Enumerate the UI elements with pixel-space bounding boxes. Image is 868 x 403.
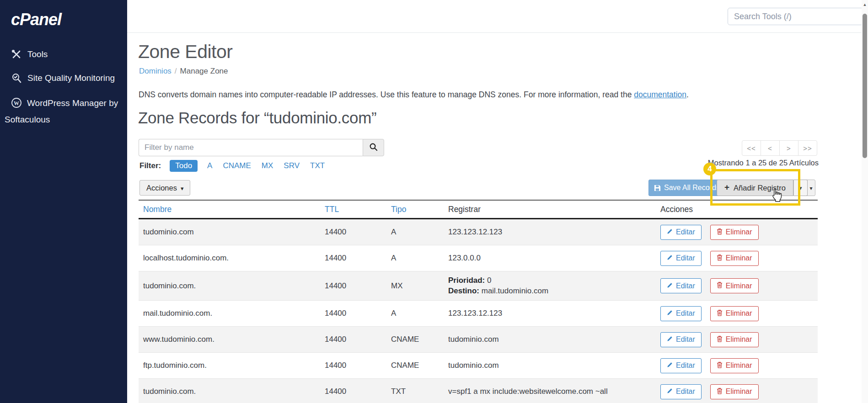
pencil-icon	[667, 254, 673, 262]
pencil-icon	[667, 387, 673, 396]
sidebar: cPanel Tools Site Quality Monitoring W W…	[0, 0, 127, 403]
save-all-records-button[interactable]: Save All Records	[648, 180, 725, 196]
save-label: Save All Records	[664, 184, 720, 192]
delete-label: Eliminar	[726, 361, 752, 370]
breadcrumb-dominios-link[interactable]: Dominios	[139, 67, 171, 75]
record-actions-cell: Editar Eliminar	[654, 225, 818, 240]
record-type-cell: MX	[386, 281, 444, 291]
edit-button[interactable]: Editar	[660, 332, 702, 347]
filter-option-txt[interactable]: TXT	[309, 160, 326, 172]
table-row: mail.tudominio.com. 14400 A 123.123.12.1…	[139, 301, 818, 327]
pencil-icon	[667, 228, 673, 236]
trash-icon	[717, 361, 723, 370]
trash-icon	[717, 309, 723, 318]
scrollbar-up-arrow[interactable]: ▲	[862, 2, 868, 7]
filter-option-cname[interactable]: CNAME	[222, 160, 252, 172]
sidebar-nav: Tools Site Quality Monitoring W WordPres…	[0, 48, 127, 138]
edit-button[interactable]: Editar	[660, 278, 702, 293]
filter-type-row: Filter: TodoACNAMEMXSRVTXT	[139, 160, 326, 172]
edit-button[interactable]: Editar	[660, 251, 702, 266]
tools-icon	[11, 49, 22, 60]
record-name-cell: tudominio.com	[139, 228, 320, 237]
delete-label: Eliminar	[726, 254, 752, 262]
trash-icon	[717, 254, 723, 263]
delete-button[interactable]: Eliminar	[710, 358, 759, 373]
first-page-button[interactable]: <<	[742, 140, 761, 156]
record-type-cell: A	[386, 228, 444, 237]
add-record-label: Añadir Registro	[734, 184, 786, 192]
filter-options: TodoACNAMEMXSRVTXT	[170, 160, 326, 172]
edit-button[interactable]: Editar	[660, 306, 702, 321]
filter-search-button[interactable]	[363, 139, 384, 156]
record-type-cell: A	[386, 254, 444, 263]
record-name-cell: mail.tudominio.com.	[139, 309, 320, 318]
record-value-cell: tudominio.com	[444, 335, 654, 344]
search-input[interactable]	[728, 8, 868, 25]
tool-search	[728, 8, 868, 25]
add-record-caret-button[interactable]	[793, 180, 808, 196]
svg-text:W: W	[14, 100, 19, 106]
record-name-cell: www.tudominio.com.	[139, 335, 320, 344]
edit-label: Editar	[676, 254, 695, 262]
edit-label: Editar	[676, 282, 695, 290]
record-value-cell: 123.123.12.123	[444, 228, 654, 237]
trash-icon	[717, 228, 723, 237]
record-ttl-cell: 14400	[320, 281, 386, 291]
record-ttl-cell: 14400	[320, 335, 386, 344]
record-actions-cell: Editar Eliminar	[654, 358, 818, 373]
edit-button[interactable]: Editar	[660, 225, 702, 240]
breadcrumb-current: Manage Zone	[180, 67, 228, 75]
record-name-cell: localhost.tudominio.com.	[139, 254, 320, 263]
delete-button[interactable]: Eliminar	[710, 251, 759, 266]
filter-option-srv[interactable]: SRV	[283, 160, 300, 172]
delete-button[interactable]: Eliminar	[710, 278, 759, 293]
filter-label: Filter:	[139, 161, 161, 170]
edit-label: Editar	[676, 335, 695, 344]
column-header-ttl[interactable]: TTL	[320, 205, 386, 214]
pagination: << < > >>	[742, 140, 817, 156]
cpanel-app: cPanel Tools Site Quality Monitoring W W…	[0, 0, 868, 403]
sidebar-item-label: Site Quality Monitoring	[27, 71, 115, 85]
delete-label: Eliminar	[726, 335, 752, 344]
edit-label: Editar	[676, 387, 695, 396]
documentation-link[interactable]: documentation	[634, 90, 686, 99]
record-type-cell: TXT	[386, 387, 444, 396]
filter-option-mx[interactable]: MX	[261, 160, 274, 172]
delete-label: Eliminar	[726, 282, 752, 290]
sidebar-item-tools[interactable]: Tools	[0, 48, 127, 61]
delete-button[interactable]: Eliminar	[710, 332, 759, 347]
sidebar-item-site-quality[interactable]: Site Quality Monitoring	[0, 71, 127, 85]
delete-button[interactable]: Eliminar	[710, 306, 759, 321]
record-filter	[139, 139, 384, 156]
delete-button[interactable]: Eliminar	[710, 384, 759, 399]
description-text: DNS converts domain names into computer-…	[139, 90, 634, 99]
prev-page-button[interactable]: <	[761, 140, 780, 156]
page-title: Zone Editor	[138, 41, 232, 63]
last-page-button[interactable]: >>	[798, 140, 817, 156]
add-record-button[interactable]: Añadir Registro	[717, 180, 793, 196]
edit-button[interactable]: Editar	[660, 358, 702, 373]
delete-button[interactable]: Eliminar	[710, 225, 759, 240]
record-ttl-cell: 14400	[320, 228, 386, 237]
record-ttl-cell: 14400	[320, 309, 386, 318]
column-header-nombre[interactable]: Nombre	[139, 205, 320, 214]
pencil-icon	[667, 361, 673, 370]
filter-option-todo[interactable]: Todo	[170, 160, 198, 172]
save-icon	[654, 185, 661, 191]
column-header-tipo[interactable]: Tipo	[386, 205, 444, 214]
record-actions-cell: Editar Eliminar	[654, 384, 818, 399]
sidebar-item-wordpress-manager[interactable]: W WordPress Manager by Softaculous	[0, 95, 127, 128]
next-page-button[interactable]: >	[779, 140, 798, 156]
sidebar-item-label: Tools	[27, 48, 48, 61]
cpanel-logo[interactable]: cPanel	[11, 10, 61, 29]
scrollbar-thumb[interactable]	[863, 14, 867, 158]
actions-dropdown-button[interactable]: Acciones	[139, 180, 190, 196]
record-actions-cell: Editar Eliminar	[654, 251, 818, 266]
zone-records-table: Nombre TTL Tipo Registrar Acciones tudom…	[139, 200, 818, 403]
pagination-status: Mostrando 1 a 25 de 25 Artículos	[708, 159, 819, 167]
filter-input[interactable]	[139, 139, 363, 156]
search-icon	[369, 143, 378, 153]
table-row: localhost.tudominio.com. 14400 A 123.0.0…	[139, 245, 818, 271]
filter-option-a[interactable]: A	[206, 160, 213, 172]
edit-button[interactable]: Editar	[660, 384, 702, 399]
